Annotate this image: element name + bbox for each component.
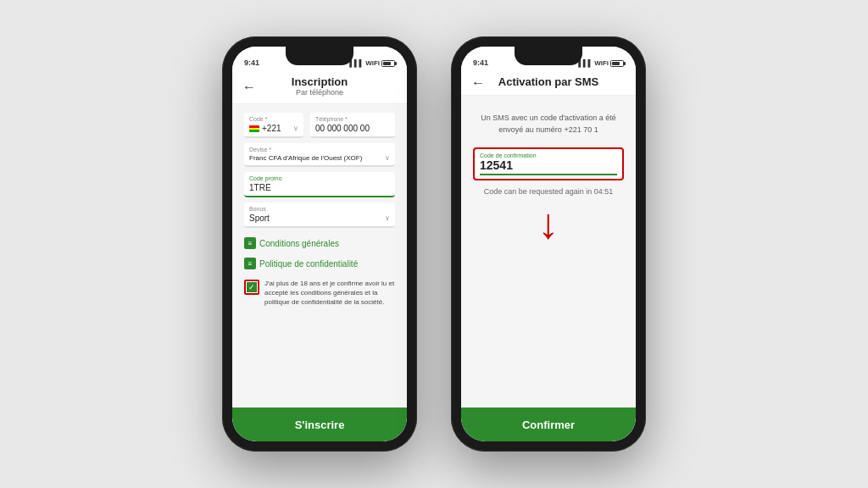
screen-subtitle-1: Par téléphone (242, 88, 397, 97)
politique-icon: ≡ (244, 258, 256, 269)
battery-icon-2 (610, 60, 624, 67)
screen-activation: 9:41 ▌▌▌ WiFi ← Activation par SMS Un SM… (461, 47, 636, 441)
form-content-1: Code * +221 ∨ Téléphone * 00 000 000 00 (232, 104, 407, 408)
back-button-1[interactable]: ← (242, 80, 256, 95)
sms-info: Un SMS avec un code d'activation a été e… (473, 104, 624, 144)
politique-link[interactable]: Politique de confidentialité (259, 259, 358, 269)
promo-label: Code promo (249, 175, 390, 181)
phone-value: 00 000 000 00 (315, 124, 390, 133)
promo-value: 1TRE (249, 183, 390, 192)
status-time-2: 9:41 (473, 58, 488, 67)
wifi-icon-2: WiFi (594, 59, 609, 67)
code-number: +221 (262, 124, 281, 133)
wifi-icon: WiFi (365, 59, 380, 67)
bonus-value: Sport ∨ (249, 214, 390, 223)
code-value: +221 ∨ (249, 124, 298, 133)
confirmer-button[interactable]: Confirmer (461, 408, 636, 441)
code-confirmation-value[interactable]: 12541 (480, 158, 617, 175)
phones-container: 9:41 ▌▌▌ WiFi ← Inscription Par téléphon… (222, 36, 646, 452)
battery-fill (383, 62, 391, 65)
checkbox-text: J'ai plus de 18 ans et je confirme avoir… (264, 279, 395, 308)
code-label: Code * (249, 116, 298, 122)
code-confirmation-label: Code de confirmation (480, 152, 617, 158)
conditions-link[interactable]: Conditions générales (259, 239, 339, 248)
code-dropdown-arrow[interactable]: ∨ (293, 125, 298, 132)
phone-notch-2 (515, 47, 582, 65)
resend-timer: Code can be requested again in 04:51 (473, 187, 624, 196)
sms-content: Un SMS avec un code d'activation a été e… (461, 96, 636, 408)
conditions-row[interactable]: ≡ Conditions générales (244, 233, 395, 253)
battery-fill-2 (612, 62, 620, 65)
screen-header-2: ← Activation par SMS (461, 70, 636, 96)
sincrire-button[interactable]: S'inscrire (232, 408, 407, 441)
promo-field[interactable]: Code promo 1TRE (244, 172, 395, 197)
status-icons-1: ▌▌▌ WiFi (349, 59, 395, 67)
down-arrow-icon: ↓ (538, 202, 559, 245)
code-confirmation-field[interactable]: Code de confirmation 12541 (473, 147, 624, 180)
status-icons-2: ▌▌▌ WiFi (578, 59, 624, 67)
checkbox-check: ✓ (247, 282, 257, 292)
phone-activation: 9:41 ▌▌▌ WiFi ← Activation par SMS Un SM… (451, 36, 646, 452)
phone-inscription: 9:41 ▌▌▌ WiFi ← Inscription Par téléphon… (222, 36, 417, 452)
devise-field[interactable]: Devise * Franc CFA d'Afrique de l'Ouest … (244, 143, 395, 167)
terms-checkbox[interactable]: ✓ (244, 280, 259, 295)
screen-title-2: Activation par SMS (471, 75, 626, 88)
code-phone-row: Code * +221 ∨ Téléphone * 00 000 000 00 (244, 113, 395, 138)
phone-notch (286, 47, 353, 65)
screen-inscription: 9:41 ▌▌▌ WiFi ← Inscription Par téléphon… (232, 47, 407, 441)
bonus-field[interactable]: Bonus Sport ∨ (244, 202, 395, 228)
arrow-container: ↓ (473, 202, 624, 245)
flag-senegal (249, 125, 259, 132)
code-field[interactable]: Code * +221 ∨ (244, 113, 303, 138)
conditions-icon: ≡ (244, 237, 256, 249)
screen-title-1: Inscription (242, 75, 397, 88)
checkbox-row: ✓ J'ai plus de 18 ans et je confirme avo… (244, 274, 395, 313)
status-time-1: 9:41 (244, 58, 259, 67)
devise-dropdown-arrow[interactable]: ∨ (385, 154, 390, 162)
devise-value: Franc CFA d'Afrique de l'Ouest (XOF) ∨ (249, 154, 390, 162)
battery-icon (381, 60, 395, 67)
phone-label: Téléphone * (315, 116, 390, 122)
politique-row[interactable]: ≡ Politique de confidentialité (244, 253, 395, 274)
back-button-2[interactable]: ← (471, 75, 485, 91)
bonus-dropdown-arrow[interactable]: ∨ (385, 214, 390, 222)
signal-icon-2: ▌▌▌ (578, 59, 593, 67)
screen-header-1: ← Inscription Par téléphone (232, 70, 407, 104)
bonus-label: Bonus (249, 206, 390, 212)
phone-field[interactable]: Téléphone * 00 000 000 00 (310, 113, 395, 138)
devise-label: Devise * (249, 147, 390, 152)
signal-icon: ▌▌▌ (349, 59, 364, 67)
